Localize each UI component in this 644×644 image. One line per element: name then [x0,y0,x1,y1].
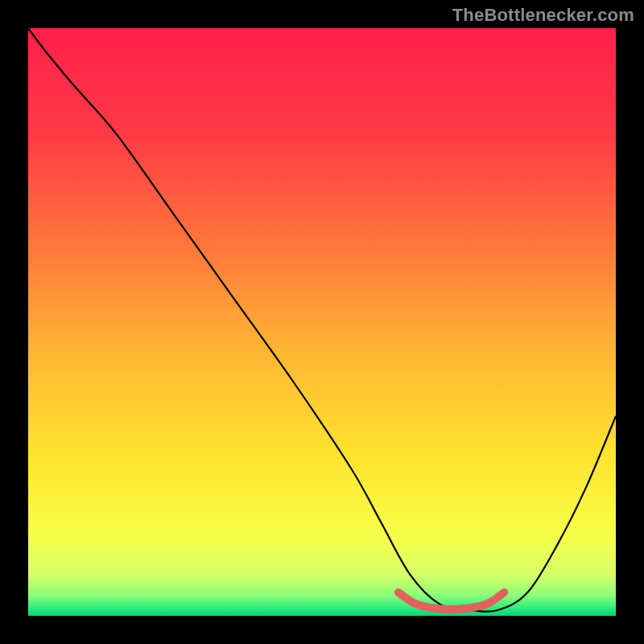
gradient-background [28,28,616,616]
watermark-text: TheBottlenecker.com [452,5,634,26]
plot-area [28,28,616,616]
chart-frame: TheBottlenecker.com [0,0,644,644]
chart-svg [28,28,616,616]
